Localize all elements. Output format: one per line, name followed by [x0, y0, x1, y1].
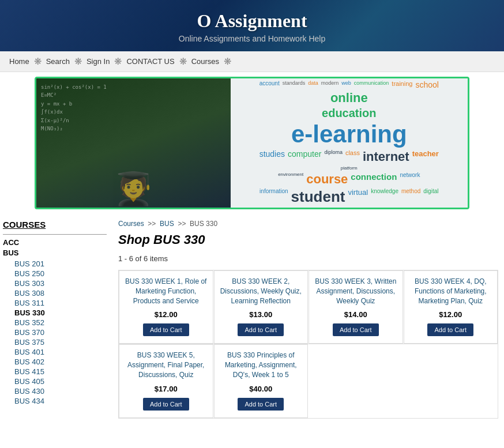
site-title: O Assignment [6, 10, 498, 32]
add-to-cart-1[interactable]: Add to Cart [143, 323, 189, 336]
breadcrumb-bus[interactable]: BUS [160, 220, 174, 228]
nav-courses[interactable]: Courses [189, 56, 221, 67]
sidebar-item-bus330[interactable]: BUS 330 [3, 308, 107, 318]
navigation: Home ❋ Search ❋ Sign In ❋ CONTACT US ❋ C… [0, 51, 504, 72]
nav-home[interactable]: Home [7, 56, 32, 67]
product-price-1: $12.00 [155, 310, 178, 319]
product-price-3: $14.00 [344, 310, 367, 319]
add-to-cart-3[interactable]: Add to Cart [333, 323, 379, 336]
nav-sep-2: ❋ [74, 56, 82, 67]
nav-sep-1: ❋ [34, 56, 42, 67]
product-title-6[interactable]: BUS 330 Principles of Marketing, Assignm… [219, 351, 303, 379]
sidebar-item-bus402[interactable]: BUS 402 [3, 357, 107, 367]
breadcrumb-sep2: >> [178, 220, 186, 228]
breadcrumb: Courses >> BUS >> BUS 330 [118, 220, 498, 228]
add-to-cart-6[interactable]: Add to Cart [238, 398, 284, 411]
nav-contact[interactable]: CONTACT US [124, 56, 176, 67]
site-subtitle: Online Assignments and Homework Help [6, 34, 498, 43]
hero-banner: sin²(x) + cos²(x) = 1 E=MC² y = mx + b ∫… [35, 77, 469, 209]
banner-left: sin²(x) + cos²(x) = 1 E=MC² y = mx + b ∫… [36, 78, 231, 208]
product-title-4[interactable]: BUS 330 WEEK 4, DQ, Functions of Marketi… [409, 277, 493, 306]
sidebar-item-bus352[interactable]: BUS 352 [3, 318, 107, 327]
product-card-6: BUS 330 Principles of Marketing, Assignm… [214, 344, 309, 417]
sidebar-item-bus375[interactable]: BUS 375 [3, 337, 107, 347]
sidebar-item-bus401[interactable]: BUS 401 [3, 347, 107, 357]
product-card-2: BUS 330 WEEK 2, Discussions, Weekly Quiz… [214, 270, 309, 344]
nav-signin[interactable]: Sign In [84, 56, 112, 67]
product-title-5[interactable]: BUS 330 WEEK 5, Assignment, Final Paper,… [124, 351, 208, 379]
add-to-cart-4[interactable]: Add to Cart [427, 323, 473, 336]
product-card-1: BUS 330 WEEK 1, Role of Marketing Functi… [119, 270, 213, 344]
product-grid-row1: BUS 330 WEEK 1, Role of Marketing Functi… [118, 270, 498, 344]
content-area: Courses >> BUS >> BUS 330 Shop BUS 330 1… [112, 220, 504, 419]
add-to-cart-2[interactable]: Add to Cart [238, 323, 284, 336]
site-header: O Assignment Online Assignments and Home… [0, 0, 504, 51]
sidebar-item-bus405[interactable]: BUS 405 [3, 377, 107, 386]
sidebar-item-bus434[interactable]: BUS 434 [3, 396, 107, 406]
sidebar-item-bus303[interactable]: BUS 303 [3, 278, 107, 288]
sidebar-divider [3, 234, 107, 235]
product-card-5: BUS 330 WEEK 5, Assignment, Final Paper,… [119, 344, 213, 417]
main-content: COURSES ACC BUS BUS 201 BUS 250 BUS 303 … [0, 214, 504, 424]
add-to-cart-5[interactable]: Add to Cart [143, 398, 189, 411]
nav-search[interactable]: Search [44, 56, 72, 67]
sidebar-item-bus415[interactable]: BUS 415 [3, 367, 107, 377]
product-grid-row2: BUS 330 WEEK 5, Assignment, Final Paper,… [118, 344, 498, 418]
product-title-2[interactable]: BUS 330 WEEK 2, Discussions, Weekly Quiz… [219, 277, 303, 306]
product-card-3: BUS 330 WEEK 3, Written Assignment, Disc… [309, 270, 403, 344]
sidebar-category-acc[interactable]: ACC [3, 238, 107, 247]
product-title-1[interactable]: BUS 330 WEEK 1, Role of Marketing Functi… [124, 277, 208, 306]
page-title: Shop BUS 330 [118, 232, 498, 247]
breadcrumb-sep1: >> [148, 220, 156, 228]
sidebar-item-bus250[interactable]: BUS 250 [3, 269, 107, 278]
product-price-2: $13.00 [249, 310, 272, 319]
product-price-6: $40.00 [249, 385, 272, 393]
sidebar-item-bus311[interactable]: BUS 311 [3, 298, 107, 308]
breadcrumb-current: BUS 330 [190, 220, 217, 228]
nav-sep-5: ❋ [224, 56, 231, 67]
sidebar-item-bus370[interactable]: BUS 370 [3, 327, 107, 337]
sidebar-category-bus[interactable]: BUS [3, 249, 107, 257]
product-card-4: BUS 330 WEEK 4, DQ, Functions of Marketi… [404, 270, 498, 344]
product-title-3[interactable]: BUS 330 WEEK 3, Written Assignment, Disc… [314, 277, 398, 306]
sidebar-item-bus308[interactable]: BUS 308 [3, 288, 107, 298]
sidebar-title: COURSES [3, 220, 107, 229]
breadcrumb-courses[interactable]: Courses [118, 220, 144, 228]
banner-right: account standards data modern web commun… [231, 78, 468, 208]
items-count: 1 - 6 of 6 items [118, 254, 498, 263]
nav-sep-3: ❋ [114, 56, 122, 67]
sidebar: COURSES ACC BUS BUS 201 BUS 250 BUS 303 … [0, 220, 112, 419]
product-price-5: $17.00 [155, 385, 178, 393]
sidebar-item-bus430[interactable]: BUS 430 [3, 386, 107, 396]
sidebar-item-bus201[interactable]: BUS 201 [3, 259, 107, 269]
product-price-4: $12.00 [439, 310, 462, 319]
nav-sep-4: ❋ [179, 56, 187, 67]
